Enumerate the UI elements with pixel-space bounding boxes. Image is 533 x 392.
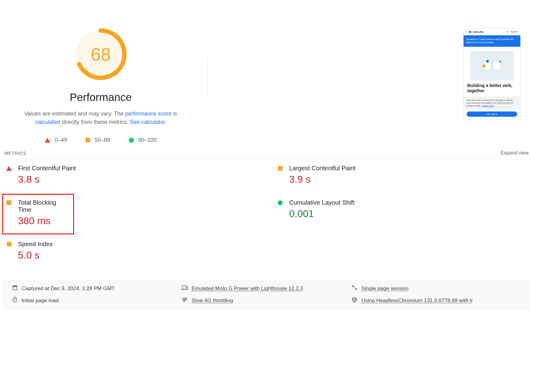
metric-value: 5.0 s — [18, 250, 53, 261]
signin-label: Sign in — [511, 30, 518, 33]
device-text: Emulated Moto G Power with Lighthouse 12… — [192, 285, 303, 292]
logo-icon: ▶ — [469, 30, 472, 34]
metric-tbt[interactable]: Total Blocking Time 380 ms — [2, 194, 74, 235]
learn-more-link: Learn more — [482, 104, 494, 107]
environment-footer: Captured at Dec 9, 2024, 1:28 PM GMT Emu… — [3, 280, 530, 310]
desc-text-2: directly from these metrics. — [60, 119, 130, 125]
metric-value: 3.8 s — [18, 174, 76, 185]
gauge-column: 68 Performance Values are estimated and … — [3, 28, 198, 143]
expand-view-toggle[interactable]: Expand view — [500, 150, 529, 156]
load-text: Initial page load — [22, 298, 59, 304]
summary-row: 68 Performance Values are estimated and … — [3, 0, 530, 143]
legend-avg-range: 50–89 — [95, 137, 110, 143]
metric-fcp[interactable]: First Contentful Paint 3.8 s — [3, 159, 259, 194]
preview-headline: Building a better web, together — [464, 83, 520, 97]
metric-cls[interactable]: Cumulative Layout Shift 0.001 — [274, 194, 530, 235]
legend-pass: 90–100 — [129, 137, 157, 143]
network-icon — [182, 297, 188, 304]
menu-icon: ≡ — [466, 30, 467, 33]
metric-name: Total Blocking Time — [18, 199, 71, 213]
square-icon — [7, 242, 11, 246]
triangle-icon — [6, 166, 12, 171]
metric-lcp[interactable]: Largest Contentful Paint 3.9 s — [274, 159, 530, 194]
cookie-accept-button: OK, got it — [467, 111, 517, 117]
square-icon — [278, 166, 283, 171]
square-icon — [7, 200, 11, 205]
network-throttle[interactable]: Slow 4G throttling — [182, 297, 351, 304]
square-icon — [86, 138, 90, 142]
preview-banner: Guidance to build modern web experiences… — [464, 35, 520, 47]
metric-name: Largest Contentful Paint — [289, 165, 356, 172]
metric-value: 380 ms — [18, 215, 71, 227]
page-load-type: Initial page load — [12, 297, 182, 304]
page-screenshot[interactable]: ≡ ▶ web.dev ⌕ ☀ Sign in Guidance to buil… — [463, 28, 521, 120]
metrics-section-label: METRICS — [4, 150, 26, 156]
preview-header: ≡ ▶ web.dev ⌕ ☀ Sign in — [464, 28, 520, 35]
metric-name: Cumulative Layout Shift — [289, 199, 355, 206]
desc-text: Values are estimated and may vary. The — [24, 111, 125, 117]
legend-pass-range: 90–100 — [138, 137, 157, 143]
site-name: web.dev — [473, 30, 484, 33]
captured-text: Captured at Dec 9, 2024, 1:28 PM GMT — [22, 285, 115, 292]
session-text: Single page session — [361, 285, 408, 292]
performance-gauge: 68 — [74, 28, 127, 81]
chrome-version[interactable]: Using HeadlessChromium 131.0.6778.69 wit… — [351, 297, 521, 304]
session-icon — [351, 285, 358, 292]
theme-icon: ☀ — [506, 30, 509, 33]
devices-icon — [182, 285, 188, 292]
legend-fail: 0–49 — [45, 137, 67, 143]
search-icon: ⌕ — [503, 30, 504, 33]
metric-name: Speed Index — [18, 241, 53, 248]
site-logo: ▶ web.dev — [469, 30, 484, 34]
circle-icon — [278, 200, 283, 205]
triangle-icon — [45, 138, 50, 143]
chrome-text: Using HeadlessChromium 131.0.6778.69 wit… — [361, 298, 473, 304]
cookie-notice: web.dev uses cookies from Google to deli… — [464, 96, 520, 110]
gauge-score: 68 — [74, 28, 127, 81]
performance-description: Values are estimated and may vary. The p… — [14, 110, 187, 126]
performance-title: Performance — [70, 91, 132, 103]
timer-icon — [12, 297, 18, 304]
metric-name: First Contentful Paint — [18, 165, 76, 172]
see-calculator-link[interactable]: See calculator. — [130, 119, 166, 125]
throttle-text: Slow 4G throttling — [192, 298, 233, 304]
emulated-device[interactable]: Emulated Moto G Power with Lighthouse 12… — [182, 285, 351, 292]
metric-speed-index[interactable]: Speed Index 5.0 s — [3, 235, 259, 269]
score-legend: 0–49 50–89 90–100 — [45, 137, 156, 143]
session-type[interactable]: Single page session — [351, 285, 521, 292]
chrome-icon — [351, 297, 358, 304]
metrics-grid: First Contentful Paint 3.8 s Largest Con… — [3, 159, 530, 269]
legend-fail-range: 0–49 — [55, 137, 67, 143]
screenshot-preview-column: ≡ ▶ web.dev ⌕ ☀ Sign in Guidance to buil… — [214, 28, 530, 120]
legend-average: 50–89 — [86, 137, 110, 143]
captured-at: Captured at Dec 9, 2024, 1:28 PM GMT — [12, 285, 182, 292]
calendar-icon — [12, 285, 18, 292]
preview-illustration — [470, 51, 514, 81]
metric-value: 3.9 s — [289, 174, 356, 185]
metric-value: 0.001 — [289, 208, 355, 220]
metrics-header: METRICS Expand view — [3, 150, 530, 156]
vertical-divider — [208, 59, 208, 99]
circle-icon — [129, 138, 134, 143]
